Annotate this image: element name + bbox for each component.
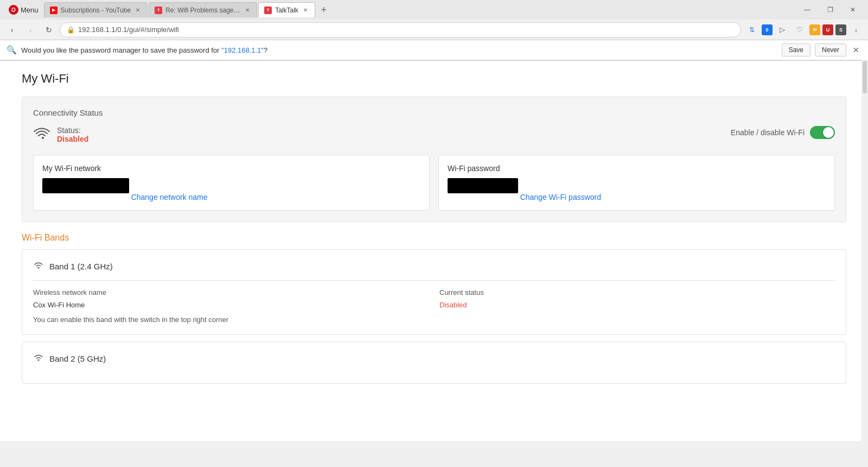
tab-youtube[interactable]: ▶ Subscriptions - YouTube ✕ xyxy=(44,2,148,17)
password-never-button[interactable]: Never xyxy=(815,43,846,56)
band-1-network-name-value: Cox Wi-Fi Home xyxy=(33,301,429,309)
tab-sagem-close[interactable]: ✕ xyxy=(244,7,251,14)
band-1-network-name-label: Wireless network name xyxy=(33,288,429,296)
band-1-card: Band 1 (2.4 GHz) Wireless network name C… xyxy=(22,249,846,335)
change-network-name-link[interactable]: Change network name xyxy=(131,193,208,201)
talktalk-favicon: T xyxy=(264,7,272,14)
wifi-status-icon xyxy=(33,127,50,144)
enable-disable-wifi: Enable / disable Wi-Fi xyxy=(731,126,835,139)
wifi-toggle[interactable] xyxy=(810,126,835,139)
band-1-header: Band 1 (2.4 GHz) xyxy=(33,261,835,272)
opera-menu[interactable]: O Menu xyxy=(4,3,43,17)
menu-label: Menu xyxy=(21,6,39,14)
page-title: My Wi-Fi xyxy=(22,72,846,86)
tab-talktalk[interactable]: T TalkTalk ✕ xyxy=(258,2,315,17)
ext-red-icon[interactable]: U xyxy=(822,24,833,35)
enable-disable-label: Enable / disable Wi-Fi xyxy=(731,128,805,137)
band-1-details: Wireless network name Current status Cox… xyxy=(33,288,835,324)
network-name-title: My Wi-Fi network xyxy=(42,164,420,173)
cast-icon[interactable]: ▷ xyxy=(775,22,790,37)
password-save-button[interactable]: Save xyxy=(782,43,810,56)
wifi-password-value xyxy=(448,178,518,193)
wifi-password-panel: Wi-Fi password Change Wi-Fi password xyxy=(438,155,835,211)
wifi-password-title: Wi-Fi password xyxy=(448,164,826,173)
wifi-toggle-slider xyxy=(810,126,835,139)
band-1-status-label: Current status xyxy=(439,288,835,296)
wifi-panels: My Wi-Fi network Change network name Wi-… xyxy=(33,155,835,211)
opera-logo-icon: O xyxy=(9,5,18,15)
status-info: Status: Disabled xyxy=(57,126,88,143)
status-value: Disabled xyxy=(57,135,88,143)
tab-bar: O Menu ▶ Subscriptions - YouTube ✕ T Re:… xyxy=(0,0,868,20)
band-1-status-value: Disabled xyxy=(439,301,835,309)
new-tab-button[interactable]: + xyxy=(316,2,331,17)
tab-talktalk-label: TalkTalk xyxy=(275,7,298,14)
address-bar: ‹ › ↻ 🔒 192.168.1.1/0.1/gui/#/simple/wif… xyxy=(0,20,868,40)
back-button[interactable]: ‹ xyxy=(4,22,20,37)
download-icon[interactable]: ↓ xyxy=(848,22,864,37)
status-label: Status: xyxy=(57,126,88,135)
change-wifi-password-link[interactable]: Change Wi-Fi password xyxy=(520,193,601,201)
tab-youtube-close[interactable]: ✕ xyxy=(134,7,142,14)
band-2-name: Band 2 (5 GHz) xyxy=(49,354,106,363)
browser-actions: ⇅ 0 ▷ ♡ M U S ↓ xyxy=(744,22,864,37)
connectivity-status-card: Connectivity Status Status: Disabled xyxy=(22,97,846,222)
band-2-header: Band 2 (5 GHz) xyxy=(33,353,835,364)
adblock-icon[interactable]: 0 xyxy=(762,24,773,35)
password-manager-bar: 🔍 Would you like the password manager to… xyxy=(0,40,868,60)
tab-youtube-label: Subscriptions - YouTube xyxy=(61,7,131,14)
url-text: 192.168.1.1/0.1/gui/#/simple/wifi xyxy=(78,26,734,34)
tab-wifi-sagem[interactable]: T Re: Wifi Problems sagem... ✕ xyxy=(149,2,257,17)
talktalk-favicon-sagem: T xyxy=(155,7,162,14)
band-1-wifi-icon xyxy=(33,261,44,272)
tab-talktalk-close[interactable]: ✕ xyxy=(302,7,309,14)
network-name-value xyxy=(42,178,129,193)
band-1-name: Band 1 (2.4 GHz) xyxy=(49,262,113,271)
window-controls: — ❐ ✕ xyxy=(796,2,864,17)
lock-icon: 🔒 xyxy=(67,26,75,34)
browser-chrome: O Menu ▶ Subscriptions - YouTube ✕ T Re:… xyxy=(0,0,868,61)
svg-point-0 xyxy=(38,267,40,269)
url-bar[interactable]: 🔒 192.168.1.1/0.1/gui/#/simple/wifi xyxy=(60,22,741,37)
scroll-thumb xyxy=(863,61,867,93)
svg-point-1 xyxy=(38,359,40,361)
close-button[interactable]: ✕ xyxy=(842,2,864,17)
band-2-wifi-icon xyxy=(33,353,44,364)
forward-button[interactable]: › xyxy=(23,22,38,37)
connectivity-card-title: Connectivity Status xyxy=(33,108,835,117)
youtube-favicon: ▶ xyxy=(50,7,58,14)
band-2-card: Band 2 (5 GHz) xyxy=(22,342,846,384)
ext-yellow-icon[interactable]: M xyxy=(809,24,820,35)
refresh-button[interactable]: ↻ xyxy=(41,22,56,37)
scrollbar[interactable] xyxy=(861,60,868,441)
restore-button[interactable]: ❐ xyxy=(819,2,841,17)
page-content: My Wi-Fi Connectivity Status Status: Dis… xyxy=(0,61,868,441)
status-left: Status: Disabled xyxy=(33,126,88,144)
ext-s-icon[interactable]: S xyxy=(835,24,846,35)
minimize-button[interactable]: — xyxy=(796,2,818,17)
password-bar-message: Would you like the password manager to s… xyxy=(21,46,777,54)
network-name-panel: My Wi-Fi network Change network name xyxy=(33,155,430,211)
connectivity-header: Status: Disabled Enable / disable Wi-Fi xyxy=(33,126,835,144)
password-site-link[interactable]: "192.168.1.1" xyxy=(221,46,264,54)
band-1-divider xyxy=(33,280,835,281)
wifi-bands-section-title: Wi-Fi Bands xyxy=(22,233,846,243)
password-bar-close-button[interactable]: ✕ xyxy=(851,45,861,55)
band-1-note: You can enable this band with the switch… xyxy=(33,315,835,324)
flow-icon[interactable]: ⇅ xyxy=(744,22,760,37)
password-manager-icon: 🔍 xyxy=(7,45,17,55)
tab-sagem-label: Re: Wifi Problems sagem... xyxy=(165,7,240,14)
bookmark-icon[interactable]: ♡ xyxy=(792,22,807,37)
